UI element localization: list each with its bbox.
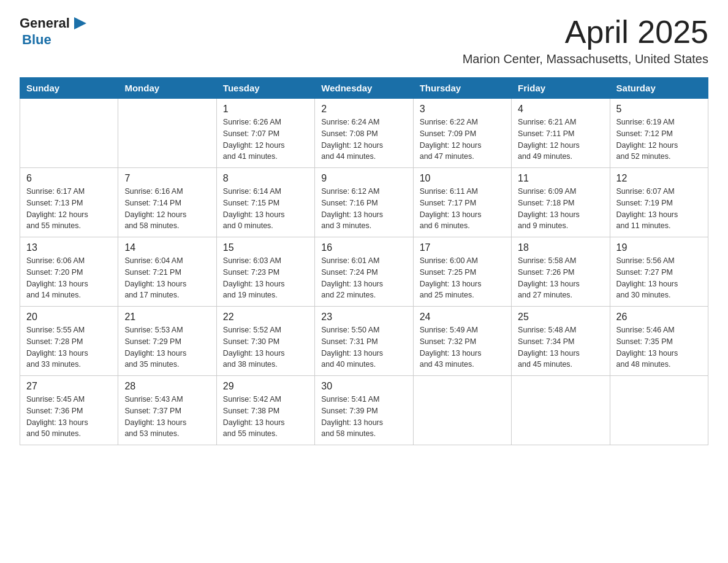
week-row-3: 13Sunrise: 6:06 AM Sunset: 7:20 PM Dayli…: [20, 237, 708, 307]
calendar-cell: 17Sunrise: 6:00 AM Sunset: 7:25 PM Dayli…: [413, 237, 511, 307]
week-row-1: 1Sunrise: 6:26 AM Sunset: 7:07 PM Daylig…: [20, 99, 708, 168]
day-info: Sunrise: 5:52 AM Sunset: 7:30 PM Dayligh…: [223, 324, 308, 370]
day-info: Sunrise: 5:48 AM Sunset: 7:34 PM Dayligh…: [518, 324, 603, 370]
day-info: Sunrise: 6:12 AM Sunset: 7:16 PM Dayligh…: [321, 186, 406, 232]
location-title: Marion Center, Massachusetts, United Sta…: [463, 52, 708, 66]
calendar-cell: 29Sunrise: 5:42 AM Sunset: 7:38 PM Dayli…: [216, 376, 314, 445]
weekday-header-sunday: Sunday: [20, 78, 118, 99]
day-info: Sunrise: 6:26 AM Sunset: 7:07 PM Dayligh…: [223, 117, 308, 163]
day-info: Sunrise: 5:43 AM Sunset: 7:37 PM Dayligh…: [124, 394, 210, 440]
calendar-cell: [20, 99, 118, 168]
calendar-cell: [413, 376, 511, 445]
weekday-header-tuesday: Tuesday: [216, 78, 314, 99]
day-number: 27: [26, 381, 112, 392]
day-number: 9: [321, 173, 406, 184]
day-number: 12: [616, 173, 702, 184]
day-info: Sunrise: 6:06 AM Sunset: 7:20 PM Dayligh…: [26, 255, 112, 301]
calendar-cell: 27Sunrise: 5:45 AM Sunset: 7:36 PM Dayli…: [20, 376, 118, 445]
calendar-cell: 11Sunrise: 6:09 AM Sunset: 7:18 PM Dayli…: [512, 168, 610, 237]
day-number: 29: [223, 381, 308, 392]
day-info: Sunrise: 5:46 AM Sunset: 7:35 PM Dayligh…: [616, 324, 702, 370]
day-number: 26: [616, 312, 702, 323]
calendar-cell: 22Sunrise: 5:52 AM Sunset: 7:30 PM Dayli…: [216, 307, 314, 376]
calendar-cell: 3Sunrise: 6:22 AM Sunset: 7:09 PM Daylig…: [413, 99, 511, 168]
week-row-2: 6Sunrise: 6:17 AM Sunset: 7:13 PM Daylig…: [20, 168, 708, 237]
weekday-header-row: SundayMondayTuesdayWednesdayThursdayFrid…: [20, 78, 708, 99]
calendar-cell: 13Sunrise: 6:06 AM Sunset: 7:20 PM Dayli…: [20, 237, 118, 307]
day-number: 16: [321, 242, 406, 253]
calendar-cell: 8Sunrise: 6:14 AM Sunset: 7:15 PM Daylig…: [216, 168, 314, 237]
day-number: 8: [223, 173, 308, 184]
calendar-cell: 28Sunrise: 5:43 AM Sunset: 7:37 PM Dayli…: [118, 376, 216, 445]
calendar-cell: [118, 99, 216, 168]
day-number: 7: [124, 173, 210, 184]
week-row-4: 20Sunrise: 5:55 AM Sunset: 7:28 PM Dayli…: [20, 307, 708, 376]
logo-flag-icon: [72, 15, 89, 32]
calendar-cell: 5Sunrise: 6:19 AM Sunset: 7:12 PM Daylig…: [610, 99, 708, 168]
calendar-cell: 9Sunrise: 6:12 AM Sunset: 7:16 PM Daylig…: [315, 168, 413, 237]
day-number: 24: [420, 312, 505, 323]
day-number: 20: [26, 312, 112, 323]
day-info: Sunrise: 6:17 AM Sunset: 7:13 PM Dayligh…: [26, 186, 112, 232]
calendar-cell: 10Sunrise: 6:11 AM Sunset: 7:17 PM Dayli…: [413, 168, 511, 237]
day-number: 17: [420, 242, 505, 253]
calendar-cell: 6Sunrise: 6:17 AM Sunset: 7:13 PM Daylig…: [20, 168, 118, 237]
svg-marker-0: [74, 17, 86, 29]
calendar-cell: 2Sunrise: 6:24 AM Sunset: 7:08 PM Daylig…: [315, 99, 413, 168]
day-number: 18: [518, 242, 603, 253]
day-number: 3: [420, 104, 505, 115]
week-row-5: 27Sunrise: 5:45 AM Sunset: 7:36 PM Dayli…: [20, 376, 708, 445]
day-number: 2: [321, 104, 406, 115]
calendar-cell: 21Sunrise: 5:53 AM Sunset: 7:29 PM Dayli…: [118, 307, 216, 376]
logo-blue-text: Blue: [22, 32, 51, 47]
month-title: April 2025: [463, 15, 708, 50]
day-number: 25: [518, 312, 603, 323]
calendar-cell: 23Sunrise: 5:50 AM Sunset: 7:31 PM Dayli…: [315, 307, 413, 376]
day-info: Sunrise: 6:11 AM Sunset: 7:17 PM Dayligh…: [420, 186, 505, 232]
day-info: Sunrise: 5:49 AM Sunset: 7:32 PM Dayligh…: [420, 324, 505, 370]
title-area: April 2025 Marion Center, Massachusetts,…: [463, 15, 708, 66]
calendar-cell: 18Sunrise: 5:58 AM Sunset: 7:26 PM Dayli…: [512, 237, 610, 307]
calendar-body: 1Sunrise: 6:26 AM Sunset: 7:07 PM Daylig…: [20, 99, 708, 445]
weekday-header-friday: Friday: [512, 78, 610, 99]
calendar-cell: 30Sunrise: 5:41 AM Sunset: 7:39 PM Dayli…: [315, 376, 413, 445]
day-number: 4: [518, 104, 603, 115]
page-header: GeneralBlue April 2025 Marion Center, Ma…: [20, 15, 708, 66]
day-info: Sunrise: 6:22 AM Sunset: 7:09 PM Dayligh…: [420, 117, 505, 163]
day-info: Sunrise: 5:56 AM Sunset: 7:27 PM Dayligh…: [616, 255, 702, 301]
day-info: Sunrise: 6:01 AM Sunset: 7:24 PM Dayligh…: [321, 255, 406, 301]
day-info: Sunrise: 6:14 AM Sunset: 7:15 PM Dayligh…: [223, 186, 308, 232]
calendar-cell: 25Sunrise: 5:48 AM Sunset: 7:34 PM Dayli…: [512, 307, 610, 376]
calendar-cell: 12Sunrise: 6:07 AM Sunset: 7:19 PM Dayli…: [610, 168, 708, 237]
day-info: Sunrise: 6:19 AM Sunset: 7:12 PM Dayligh…: [616, 117, 702, 163]
calendar-cell: 4Sunrise: 6:21 AM Sunset: 7:11 PM Daylig…: [512, 99, 610, 168]
day-info: Sunrise: 6:04 AM Sunset: 7:21 PM Dayligh…: [124, 255, 210, 301]
day-number: 19: [616, 242, 702, 253]
day-number: 21: [124, 312, 210, 323]
day-info: Sunrise: 5:53 AM Sunset: 7:29 PM Dayligh…: [124, 324, 210, 370]
calendar-cell: 26Sunrise: 5:46 AM Sunset: 7:35 PM Dayli…: [610, 307, 708, 376]
day-info: Sunrise: 6:03 AM Sunset: 7:23 PM Dayligh…: [223, 255, 308, 301]
calendar-table: SundayMondayTuesdayWednesdayThursdayFrid…: [20, 77, 708, 445]
day-info: Sunrise: 5:55 AM Sunset: 7:28 PM Dayligh…: [26, 324, 112, 370]
day-number: 28: [124, 381, 210, 392]
day-info: Sunrise: 6:09 AM Sunset: 7:18 PM Dayligh…: [518, 186, 603, 232]
calendar-cell: 1Sunrise: 6:26 AM Sunset: 7:07 PM Daylig…: [216, 99, 314, 168]
day-number: 14: [124, 242, 210, 253]
calendar-cell: 19Sunrise: 5:56 AM Sunset: 7:27 PM Dayli…: [610, 237, 708, 307]
day-info: Sunrise: 6:24 AM Sunset: 7:08 PM Dayligh…: [321, 117, 406, 163]
calendar-cell: 14Sunrise: 6:04 AM Sunset: 7:21 PM Dayli…: [118, 237, 216, 307]
day-number: 22: [223, 312, 308, 323]
calendar-cell: [512, 376, 610, 445]
calendar-cell: 7Sunrise: 6:16 AM Sunset: 7:14 PM Daylig…: [118, 168, 216, 237]
day-number: 5: [616, 104, 702, 115]
day-number: 1: [223, 104, 308, 115]
day-number: 30: [321, 381, 406, 392]
logo: GeneralBlue: [20, 15, 89, 48]
day-info: Sunrise: 6:00 AM Sunset: 7:25 PM Dayligh…: [420, 255, 505, 301]
day-number: 10: [420, 173, 505, 184]
day-number: 6: [26, 173, 112, 184]
day-info: Sunrise: 6:07 AM Sunset: 7:19 PM Dayligh…: [616, 186, 702, 232]
day-info: Sunrise: 5:45 AM Sunset: 7:36 PM Dayligh…: [26, 394, 112, 440]
calendar-cell: 20Sunrise: 5:55 AM Sunset: 7:28 PM Dayli…: [20, 307, 118, 376]
